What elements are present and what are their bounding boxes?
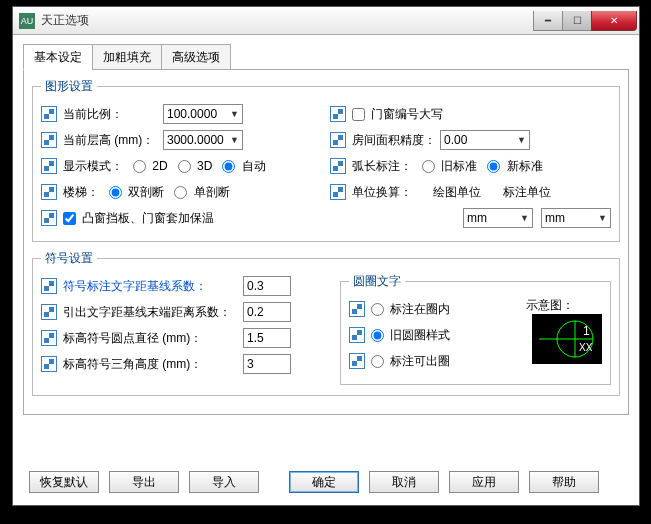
- setting-icon[interactable]: [330, 184, 346, 200]
- arc-label: 弧长标注：: [352, 158, 412, 175]
- setting-icon[interactable]: [41, 158, 57, 174]
- minimize-button[interactable]: ━: [533, 11, 563, 31]
- tab-bold-fill[interactable]: 加粗填充: [92, 44, 162, 70]
- sample-label: 示意图：: [526, 297, 574, 314]
- ok-button[interactable]: 确定: [289, 471, 359, 493]
- dialog-window: AU 天正选项 ━ ☐ ✕ 基本设定 加粗填充 高级选项 图形设置 当前比例：: [12, 6, 640, 506]
- setting-icon[interactable]: [41, 304, 57, 320]
- tab-basic[interactable]: 基本设定: [23, 44, 93, 70]
- setting-icon[interactable]: [41, 330, 57, 346]
- apply-button[interactable]: 应用: [449, 471, 519, 493]
- elev-diameter-label: 标高符号圆点直径 (mm)：: [63, 330, 243, 347]
- elev-diameter-input[interactable]: [243, 328, 291, 348]
- leader-end-input[interactable]: [243, 302, 291, 322]
- circle-text-legend: 圆圈文字: [349, 273, 405, 290]
- text-offset-input[interactable]: [243, 276, 291, 296]
- setting-icon[interactable]: [349, 353, 365, 369]
- symbols-legend: 符号设置: [41, 250, 97, 267]
- tab-advanced[interactable]: 高级选项: [161, 44, 231, 70]
- stair-double-radio[interactable]: 双剖断: [109, 184, 164, 201]
- floor-height-combo[interactable]: 3000.0000▼: [163, 130, 243, 150]
- chevron-down-icon: ▼: [598, 213, 607, 223]
- stair-label: 楼梯：: [63, 184, 99, 201]
- window-upper-check[interactable]: 门窗编号大写: [352, 106, 443, 123]
- setting-icon[interactable]: [41, 210, 57, 226]
- unit-draw-label: 绘图单位: [422, 184, 492, 201]
- cancel-button[interactable]: 取消: [369, 471, 439, 493]
- window-title: 天正选项: [41, 12, 534, 29]
- app-icon: AU: [19, 13, 35, 29]
- circle-out-radio[interactable]: 标注可出圈: [371, 353, 450, 370]
- scale-combo[interactable]: 100.0000▼: [163, 104, 243, 124]
- setting-icon[interactable]: [41, 356, 57, 372]
- export-button[interactable]: 导出: [109, 471, 179, 493]
- circle-text-group: 圆圈文字 标注在圈内 旧圆圈样式: [340, 273, 611, 385]
- insulation-check[interactable]: 凸窗挡板、门窗套加保温: [63, 210, 214, 227]
- tab-panel: 图形设置 当前比例： 100.0000▼ 当前层高 (mm)： 3000.000…: [23, 69, 629, 415]
- setting-icon[interactable]: [330, 106, 346, 122]
- scale-label: 当前比例：: [63, 106, 163, 123]
- arc-new-radio[interactable]: 新标准: [487, 158, 542, 175]
- chevron-down-icon: ▼: [230, 135, 239, 145]
- window-buttons: ━ ☐ ✕: [534, 11, 637, 31]
- text-offset-label: 符号标注文字距基线系数：: [63, 278, 243, 295]
- chevron-down-icon: ▼: [517, 135, 526, 145]
- content-area: 基本设定 加粗填充 高级选项 图形设置 当前比例： 100.0000▼: [13, 35, 639, 415]
- help-button[interactable]: 帮助: [529, 471, 599, 493]
- setting-icon[interactable]: [41, 184, 57, 200]
- sample-icon: 1 XX: [537, 317, 597, 361]
- import-button[interactable]: 导入: [189, 471, 259, 493]
- sample-preview: 1 XX: [532, 314, 602, 364]
- display-3d-radio[interactable]: 3D: [178, 159, 213, 173]
- display-mode-label: 显示模式：: [63, 158, 123, 175]
- elev-triangle-label: 标高符号三角高度 (mm)：: [63, 356, 243, 373]
- setting-icon[interactable]: [349, 327, 365, 343]
- area-precision-combo[interactable]: 0.00▼: [440, 130, 530, 150]
- stair-single-radio[interactable]: 单剖断: [174, 184, 229, 201]
- circle-old-radio[interactable]: 旧圆圈样式: [371, 327, 450, 344]
- maximize-button[interactable]: ☐: [562, 11, 592, 31]
- button-bar: 恢复默认 导出 导入 确定 取消 应用 帮助: [23, 463, 629, 501]
- svg-text:1: 1: [583, 324, 590, 338]
- unit-anno-label: 标注单位: [492, 184, 562, 201]
- circle-inside-radio[interactable]: 标注在圈内: [371, 301, 450, 318]
- graphics-legend: 图形设置: [41, 78, 97, 95]
- unit-anno-combo[interactable]: mm▼: [541, 208, 611, 228]
- svg-text:XX: XX: [579, 342, 593, 353]
- graphics-group: 图形设置 当前比例： 100.0000▼ 当前层高 (mm)： 3000.000…: [32, 78, 620, 242]
- unit-label: 单位换算：: [352, 184, 422, 201]
- chevron-down-icon: ▼: [520, 213, 529, 223]
- elev-triangle-input[interactable]: [243, 354, 291, 374]
- titlebar[interactable]: AU 天正选项 ━ ☐ ✕: [13, 7, 639, 35]
- tab-strip: 基本设定 加粗填充 高级选项: [23, 43, 629, 69]
- leader-end-label: 引出文字距基线末端距离系数：: [63, 304, 243, 321]
- close-button[interactable]: ✕: [591, 11, 637, 31]
- arc-old-radio[interactable]: 旧标准: [422, 158, 477, 175]
- setting-icon[interactable]: [41, 106, 57, 122]
- setting-icon[interactable]: [41, 278, 57, 294]
- area-precision-label: 房间面积精度：: [352, 132, 436, 149]
- unit-draw-combo[interactable]: mm▼: [463, 208, 533, 228]
- setting-icon[interactable]: [330, 158, 346, 174]
- display-2d-radio[interactable]: 2D: [133, 159, 168, 173]
- setting-icon[interactable]: [41, 132, 57, 148]
- setting-icon[interactable]: [330, 132, 346, 148]
- chevron-down-icon: ▼: [230, 109, 239, 119]
- setting-icon[interactable]: [349, 301, 365, 317]
- symbols-group: 符号设置 符号标注文字距基线系数： 引出文字距基线末端距离系数：: [32, 250, 620, 396]
- floor-height-label: 当前层高 (mm)：: [63, 132, 163, 149]
- restore-button[interactable]: 恢复默认: [29, 471, 99, 493]
- display-auto-radio[interactable]: 自动: [222, 158, 265, 175]
